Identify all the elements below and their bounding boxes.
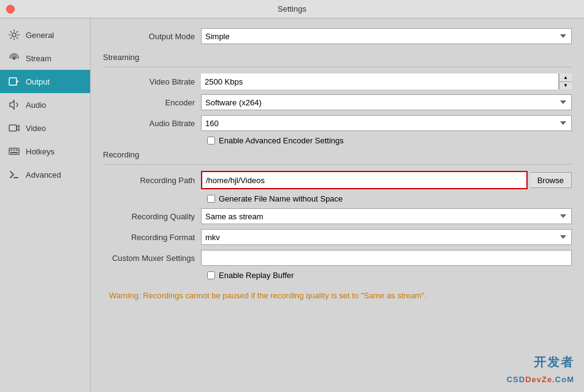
recording-quality-label: Recording Quality bbox=[103, 212, 201, 221]
video-bitrate-spinbox: ▲ ▼ bbox=[201, 74, 572, 89]
svg-rect-5 bbox=[10, 149, 12, 151]
advanced-icon bbox=[7, 168, 21, 181]
recording-divider bbox=[103, 164, 572, 165]
sidebar-label-general: General bbox=[26, 31, 54, 40]
svg-rect-2 bbox=[9, 78, 17, 85]
recording-path-label: Recording Path bbox=[103, 176, 201, 185]
stream-icon bbox=[7, 51, 21, 65]
sidebar-label-stream: Stream bbox=[26, 54, 51, 63]
output-mode-row: Output Mode Simple Advanced bbox=[103, 28, 572, 44]
video-icon bbox=[7, 121, 21, 135]
output-mode-select[interactable]: Simple Advanced bbox=[201, 28, 572, 44]
custom-muxer-input[interactable] bbox=[201, 250, 572, 266]
recording-format-label: Recording Format bbox=[103, 233, 201, 242]
sidebar-item-hotkeys[interactable]: Hotkeys bbox=[0, 140, 90, 163]
recording-quality-row: Recording Quality Same as stream High Qu… bbox=[103, 208, 572, 224]
enable-replay-buffer-row: Enable Replay Buffer bbox=[103, 271, 572, 280]
output-mode-label: Output Mode bbox=[103, 32, 201, 41]
sidebar-item-output[interactable]: Output bbox=[0, 70, 90, 93]
sidebar-label-audio: Audio bbox=[26, 100, 46, 110]
audio-bitrate-label: Audio Bitrate bbox=[103, 119, 201, 128]
output-icon bbox=[7, 75, 21, 88]
title-bar: Settings bbox=[0, 0, 584, 18]
window-title: Settings bbox=[278, 4, 306, 13]
sidebar-item-video[interactable]: Video bbox=[0, 116, 90, 140]
warning-text: Warning: Recordings cannot be paused if … bbox=[103, 285, 572, 306]
streaming-section-header: Streaming bbox=[103, 53, 572, 62]
audio-bitrate-row: Audio Bitrate 64 96 128 160 192 256 320 bbox=[103, 115, 572, 131]
settings-window: Settings General bbox=[0, 0, 584, 392]
main-content: Output Mode Simple Advanced Streaming Vi… bbox=[91, 18, 584, 392]
recording-format-select[interactable]: mkv mp4 mov flv ts m3u8 bbox=[201, 229, 572, 245]
sidebar-label-advanced: Advanced bbox=[26, 170, 61, 179]
video-bitrate-row: Video Bitrate ▲ ▼ bbox=[103, 74, 572, 89]
recording-section-header: Recording bbox=[103, 150, 572, 159]
audio-bitrate-select[interactable]: 64 96 128 160 192 256 320 bbox=[201, 115, 572, 131]
close-button[interactable] bbox=[6, 5, 15, 13]
sidebar-item-audio[interactable]: Audio bbox=[0, 93, 90, 116]
streaming-divider bbox=[103, 67, 572, 67]
custom-muxer-label: Custom Muxer Settings bbox=[103, 254, 201, 263]
recording-path-input[interactable] bbox=[202, 172, 526, 188]
encoder-select[interactable]: Software (x264) Hardware (NVENC) Hardwar… bbox=[201, 94, 572, 110]
sidebar: General Stream bbox=[0, 18, 91, 392]
video-bitrate-input[interactable] bbox=[201, 74, 572, 89]
custom-muxer-row: Custom Muxer Settings bbox=[103, 250, 572, 266]
encoder-label: Encoder bbox=[103, 98, 201, 107]
recording-quality-select[interactable]: Same as stream High Quality, Medium File… bbox=[201, 208, 572, 224]
enable-replay-buffer-checkbox[interactable] bbox=[207, 271, 215, 279]
generate-filename-checkbox[interactable] bbox=[207, 195, 215, 203]
browse-button[interactable]: Browse bbox=[530, 172, 572, 188]
sidebar-item-advanced[interactable]: Advanced bbox=[0, 163, 90, 186]
sidebar-label-output: Output bbox=[26, 77, 50, 86]
enable-advanced-encoder-row: Enable Advanced Encoder Settings bbox=[103, 136, 572, 145]
watermark: 开发者CSDDevZe.CoM bbox=[507, 354, 574, 386]
spinbox-up-button[interactable]: ▲ bbox=[559, 74, 572, 82]
spinbox-buttons: ▲ ▼ bbox=[558, 74, 572, 89]
enable-replay-buffer-label: Enable Replay Buffer bbox=[219, 271, 294, 280]
svg-rect-8 bbox=[10, 152, 18, 153]
svg-point-1 bbox=[13, 57, 16, 60]
svg-rect-6 bbox=[13, 149, 15, 151]
sidebar-label-hotkeys: Hotkeys bbox=[26, 147, 55, 156]
svg-rect-4 bbox=[9, 148, 19, 154]
hotkeys-icon bbox=[7, 145, 21, 158]
encoder-row: Encoder Software (x264) Hardware (NVENC)… bbox=[103, 94, 572, 110]
sidebar-item-general[interactable]: General bbox=[0, 23, 90, 47]
generate-filename-row: Generate File Name without Space bbox=[103, 194, 572, 203]
video-bitrate-label: Video Bitrate bbox=[103, 77, 201, 86]
recording-path-row: Recording Path Browse bbox=[103, 171, 572, 189]
gear-icon bbox=[7, 28, 21, 42]
generate-filename-label: Generate File Name without Space bbox=[219, 194, 343, 203]
svg-point-0 bbox=[12, 33, 16, 37]
enable-advanced-encoder-label: Enable Advanced Encoder Settings bbox=[219, 136, 344, 145]
sidebar-item-stream[interactable]: Stream bbox=[0, 47, 90, 70]
content-area: General Stream bbox=[0, 18, 584, 392]
audio-icon bbox=[7, 98, 21, 111]
svg-rect-7 bbox=[16, 149, 18, 151]
svg-rect-3 bbox=[9, 125, 17, 131]
sidebar-label-video: Video bbox=[26, 124, 46, 133]
spinbox-down-button[interactable]: ▼ bbox=[559, 82, 572, 90]
recording-path-input-wrapper bbox=[201, 171, 528, 189]
enable-advanced-encoder-checkbox[interactable] bbox=[207, 137, 215, 145]
recording-format-row: Recording Format mkv mp4 mov flv ts m3u8 bbox=[103, 229, 572, 245]
